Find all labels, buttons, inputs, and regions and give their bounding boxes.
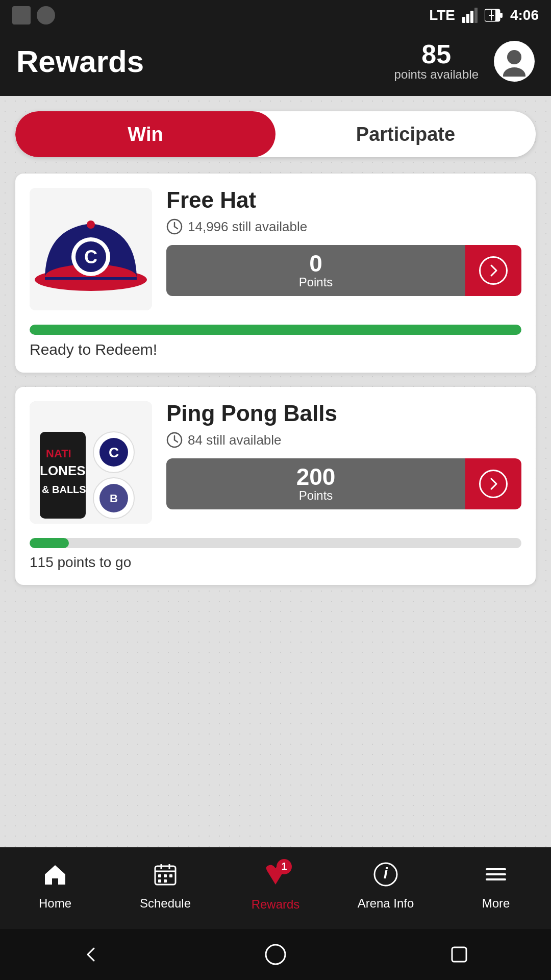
svg-point-16 xyxy=(87,220,95,229)
svg-rect-34 xyxy=(52,878,58,885)
more-icon-svg xyxy=(484,862,508,887)
nav-home[interactable]: Home xyxy=(14,862,96,911)
svg-text:C: C xyxy=(84,247,97,267)
reward-availability-pingpong: 84 still available xyxy=(166,432,521,448)
svg-rect-40 xyxy=(164,874,167,877)
points-button-pingpong[interactable]: 200 Points xyxy=(166,458,521,509)
sim-icon xyxy=(12,6,31,24)
arena-info-icon-svg: i xyxy=(373,862,398,887)
svg-rect-1 xyxy=(466,14,469,23)
points-amount-hat: 0 Points xyxy=(166,245,465,296)
home-button-icon xyxy=(264,943,287,966)
rewards-icon: 1 xyxy=(262,861,289,893)
arrow-circle-pingpong xyxy=(479,470,508,498)
header-title: Rewards xyxy=(16,44,144,79)
svg-text:& BALLS: & BALLS xyxy=(42,484,86,495)
progress-text-pingpong: 115 points to go xyxy=(30,554,521,571)
pingpong-illustration: NATI LONES & BALLS C B xyxy=(30,401,152,524)
recents-button[interactable] xyxy=(444,939,474,970)
redeem-btn-hat[interactable] xyxy=(465,245,521,296)
points-button-hat[interactable]: 0 Points xyxy=(166,245,521,296)
progress-bar-hat xyxy=(30,325,521,335)
reward-info-pingpong: Ping Pong Balls 84 still available 200 P… xyxy=(166,401,521,524)
nav-schedule-label: Schedule xyxy=(140,896,191,911)
reward-card-pingpong: NATI LONES & BALLS C B Ping Pong Balls xyxy=(15,387,536,585)
rewards-badge: 1 xyxy=(277,859,292,874)
nav-rewards-label: Rewards xyxy=(252,897,300,912)
arrow-circle-hat xyxy=(479,256,508,285)
ready-text-hat: Ready to Redeem! xyxy=(30,341,521,358)
clock-icon-pingpong xyxy=(166,432,183,448)
nav-more-label: More xyxy=(482,896,510,911)
svg-point-50 xyxy=(266,945,285,964)
svg-rect-43 xyxy=(164,879,167,883)
nav-rewards[interactable]: 1 Rewards xyxy=(235,861,316,912)
home-button[interactable] xyxy=(260,939,291,970)
tab-bar: Win Participate xyxy=(15,111,536,157)
tab-win[interactable]: Win xyxy=(15,111,276,157)
progress-fill-pingpong xyxy=(30,538,69,548)
svg-text:LONES: LONES xyxy=(40,463,86,478)
availability-text-hat: 14,996 still available xyxy=(188,219,307,235)
status-bar-left xyxy=(12,6,55,24)
svg-text:i: i xyxy=(384,865,388,881)
points-amount-pingpong: 200 Points xyxy=(166,458,465,509)
reward-image-hat: C xyxy=(30,188,152,310)
reward-card-bottom-pingpong: 115 points to go xyxy=(15,538,536,585)
svg-rect-0 xyxy=(462,17,465,23)
schedule-icon-svg xyxy=(153,862,178,887)
reward-card-free-hat: C Free Hat 14,996 still available xyxy=(15,174,536,373)
reward-card-top-pingpong: NATI LONES & BALLS C B Ping Pong Balls xyxy=(15,387,536,538)
avatar-icon xyxy=(499,46,530,77)
progress-fill-hat xyxy=(30,325,521,335)
svg-line-19 xyxy=(174,227,178,229)
status-bar: LTE 4:06 xyxy=(0,0,551,31)
battery-icon xyxy=(485,8,503,22)
availability-text-pingpong: 84 still available xyxy=(188,432,282,448)
nav-arena-info[interactable]: i Arena Info xyxy=(345,862,427,911)
redeem-btn-pingpong[interactable] xyxy=(465,458,521,509)
more-icon xyxy=(484,862,508,892)
points-number: 85 xyxy=(421,41,451,67)
svg-rect-5 xyxy=(500,13,503,18)
svg-text:NATI: NATI xyxy=(46,447,71,460)
nav-schedule[interactable]: Schedule xyxy=(124,862,206,911)
reward-title-hat: Free Hat xyxy=(166,188,521,212)
chevron-right-icon-hat xyxy=(486,263,500,278)
points-display-header: 85 points available xyxy=(394,41,479,82)
android-nav-bar xyxy=(0,929,551,980)
header-right: 85 points available xyxy=(394,41,535,82)
back-button[interactable] xyxy=(77,939,107,970)
svg-rect-42 xyxy=(158,879,161,883)
svg-rect-3 xyxy=(474,8,478,23)
chevron-right-icon-pingpong xyxy=(486,477,500,491)
reward-info-hat: Free Hat 14,996 still available 0 Points xyxy=(166,188,521,310)
hat-illustration: C xyxy=(30,188,152,310)
progress-bar-pingpong xyxy=(30,538,521,548)
nav-home-label: Home xyxy=(39,896,71,911)
back-icon xyxy=(82,944,102,965)
nav-arena-info-label: Arena Info xyxy=(358,896,414,911)
svg-text:B: B xyxy=(110,492,118,505)
tab-participate[interactable]: Participate xyxy=(276,111,536,157)
points-label: points available xyxy=(394,67,479,82)
svg-point-9 xyxy=(507,50,521,64)
nav-more[interactable]: More xyxy=(455,862,537,911)
recents-icon xyxy=(449,944,469,965)
android-icon xyxy=(37,6,55,24)
reward-card-bottom-hat: Ready to Redeem! xyxy=(15,325,536,373)
svg-rect-41 xyxy=(169,874,172,877)
lte-indicator: LTE xyxy=(429,7,455,23)
svg-text:C: C xyxy=(109,445,119,460)
home-icon-svg xyxy=(43,862,67,887)
arena-info-icon: i xyxy=(373,862,398,892)
reward-title-pingpong: Ping Pong Balls xyxy=(166,401,521,426)
signal-icon xyxy=(462,8,478,23)
clock-icon-hat xyxy=(166,218,183,235)
schedule-icon xyxy=(153,862,178,892)
status-bar-right: LTE 4:06 xyxy=(429,7,539,23)
main-content: Win Participate C xyxy=(0,96,551,847)
reward-card-top-hat: C Free Hat 14,996 still available xyxy=(15,174,536,325)
clock: 4:06 xyxy=(510,7,539,23)
user-avatar[interactable] xyxy=(494,41,535,82)
